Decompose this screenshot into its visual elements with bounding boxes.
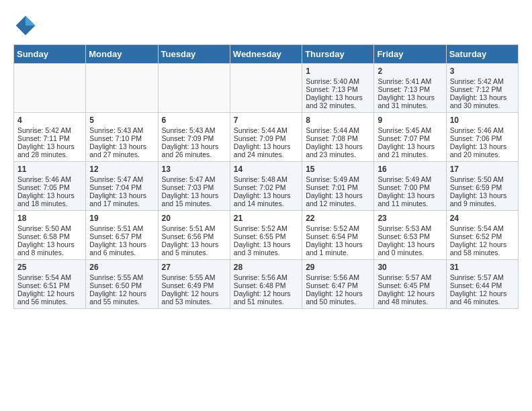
day-info: and 58 minutes. <box>450 248 515 257</box>
calendar-cell: 4Sunrise: 5:42 AMSunset: 7:11 PMDaylight… <box>14 113 86 162</box>
calendar-cell: 14Sunrise: 5:48 AMSunset: 7:02 PMDayligh… <box>230 162 302 211</box>
day-number: 30 <box>378 263 442 272</box>
day-info: and 50 minutes. <box>306 298 370 306</box>
day-info: Sunset: 6:55 PM <box>234 232 298 240</box>
day-number: 28 <box>234 263 298 272</box>
logo-icon <box>13 13 38 38</box>
day-info: Sunrise: 5:48 AM <box>234 175 298 183</box>
calendar-cell: 20Sunrise: 5:51 AMSunset: 6:56 PMDayligh… <box>158 211 230 260</box>
day-info: Daylight: 12 hours <box>306 289 370 298</box>
day-number: 4 <box>17 116 82 125</box>
day-info: Sunset: 7:05 PM <box>17 183 82 191</box>
day-info: Daylight: 13 hours <box>162 142 226 150</box>
day-info: Sunset: 7:04 PM <box>89 183 154 191</box>
day-info: Sunset: 7:06 PM <box>450 134 515 142</box>
day-info: Sunrise: 5:42 AM <box>17 126 82 134</box>
svg-marker-1 <box>26 16 35 26</box>
day-info: Daylight: 13 hours <box>162 240 226 248</box>
calendar-week-5: 25Sunrise: 5:54 AMSunset: 6:51 PMDayligh… <box>14 260 519 309</box>
day-number: 1 <box>306 66 370 76</box>
day-number: 9 <box>378 116 442 125</box>
day-info: Sunset: 6:47 PM <box>306 281 370 289</box>
day-info: Sunset: 6:59 PM <box>450 183 515 191</box>
day-info: Daylight: 13 hours <box>234 240 298 248</box>
day-info: Sunset: 7:00 PM <box>378 183 442 191</box>
calendar-cell: 22Sunrise: 5:52 AMSunset: 6:54 PMDayligh… <box>302 211 374 260</box>
day-info: Daylight: 12 hours <box>450 240 515 248</box>
day-info: Sunset: 7:07 PM <box>378 134 442 142</box>
day-info: Daylight: 13 hours <box>306 93 370 101</box>
day-number: 25 <box>17 263 82 272</box>
day-info: Sunrise: 5:56 AM <box>306 273 370 281</box>
calendar-cell: 29Sunrise: 5:56 AMSunset: 6:47 PMDayligh… <box>302 260 374 309</box>
day-info: Sunset: 7:13 PM <box>378 85 442 93</box>
calendar-cell: 26Sunrise: 5:55 AMSunset: 6:50 PMDayligh… <box>86 260 158 309</box>
day-info: Daylight: 13 hours <box>450 191 515 199</box>
day-info: Daylight: 13 hours <box>306 240 370 248</box>
day-info: Sunset: 6:54 PM <box>306 232 370 240</box>
day-info: Daylight: 13 hours <box>306 142 370 150</box>
calendar-week-2: 4Sunrise: 5:42 AMSunset: 7:11 PMDaylight… <box>14 113 519 162</box>
day-info: Daylight: 13 hours <box>17 142 82 150</box>
day-info: and 18 minutes. <box>17 199 82 208</box>
day-info: Sunset: 6:49 PM <box>162 281 226 289</box>
day-info: Daylight: 13 hours <box>378 93 442 101</box>
calendar-body: 1Sunrise: 5:40 AMSunset: 7:13 PMDaylight… <box>14 64 519 309</box>
day-info: and 1 minute. <box>306 248 370 257</box>
day-info: and 6 minutes. <box>89 248 154 257</box>
day-info: Daylight: 13 hours <box>89 142 154 150</box>
calendar-cell: 31Sunrise: 5:57 AMSunset: 6:44 PMDayligh… <box>446 260 518 309</box>
day-number: 22 <box>306 214 370 223</box>
calendar-cell: 1Sunrise: 5:40 AMSunset: 7:13 PMDaylight… <box>302 64 374 113</box>
day-number: 18 <box>17 214 82 223</box>
logo <box>13 13 40 38</box>
day-info: and 12 minutes. <box>306 199 370 208</box>
day-info: Sunset: 7:13 PM <box>306 85 370 93</box>
calendar-header-friday: Friday <box>374 45 446 64</box>
day-info: Sunrise: 5:44 AM <box>234 126 298 134</box>
calendar-header-wednesday: Wednesday <box>230 45 302 64</box>
day-info: Daylight: 13 hours <box>89 191 154 199</box>
day-info: Sunrise: 5:57 AM <box>378 273 442 281</box>
day-info: Sunrise: 5:54 AM <box>17 273 82 281</box>
day-info: Sunset: 6:51 PM <box>17 281 82 289</box>
calendar-cell: 23Sunrise: 5:53 AMSunset: 6:53 PMDayligh… <box>374 211 446 260</box>
day-info: Sunrise: 5:42 AM <box>450 77 515 85</box>
day-info: and 55 minutes. <box>89 298 154 306</box>
day-number: 13 <box>162 165 226 174</box>
day-info: and 5 minutes. <box>162 248 226 257</box>
calendar-cell: 9Sunrise: 5:45 AMSunset: 7:07 PMDaylight… <box>374 113 446 162</box>
day-info: Sunrise: 5:45 AM <box>378 126 442 134</box>
calendar-table: SundayMondayTuesdayWednesdayThursdayFrid… <box>13 44 519 309</box>
day-info: Sunset: 6:50 PM <box>89 281 154 289</box>
day-info: and 53 minutes. <box>162 298 226 306</box>
day-number: 14 <box>234 165 298 174</box>
day-number: 16 <box>378 165 442 174</box>
calendar-cell: 17Sunrise: 5:50 AMSunset: 6:59 PMDayligh… <box>446 162 518 211</box>
day-info: Sunrise: 5:55 AM <box>162 273 226 281</box>
day-number: 5 <box>89 116 154 125</box>
day-info: Sunrise: 5:46 AM <box>17 175 82 183</box>
day-info: and 48 minutes. <box>378 298 442 306</box>
day-number: 20 <box>162 214 226 223</box>
calendar-cell: 11Sunrise: 5:46 AMSunset: 7:05 PMDayligh… <box>14 162 86 211</box>
day-info: Sunrise: 5:53 AM <box>378 224 442 232</box>
day-info: Sunrise: 5:54 AM <box>450 224 515 232</box>
day-info: Sunset: 7:09 PM <box>234 134 298 142</box>
day-info: Sunrise: 5:52 AM <box>234 224 298 232</box>
calendar-header-sunday: Sunday <box>14 45 86 64</box>
calendar-cell: 6Sunrise: 5:43 AMSunset: 7:09 PMDaylight… <box>158 113 230 162</box>
day-info: Sunrise: 5:51 AM <box>89 224 154 232</box>
day-number: 6 <box>162 116 226 125</box>
day-number: 24 <box>450 214 515 223</box>
day-info: and 30 minutes. <box>450 101 515 109</box>
calendar-cell <box>230 64 302 113</box>
calendar-cell: 28Sunrise: 5:56 AMSunset: 6:48 PMDayligh… <box>230 260 302 309</box>
calendar-cell: 19Sunrise: 5:51 AMSunset: 6:57 PMDayligh… <box>86 211 158 260</box>
day-info: Sunset: 6:45 PM <box>378 281 442 289</box>
day-info: Daylight: 12 hours <box>378 289 442 298</box>
day-info: and 14 minutes. <box>234 199 298 208</box>
calendar-week-1: 1Sunrise: 5:40 AMSunset: 7:13 PMDaylight… <box>14 64 519 113</box>
calendar-cell: 18Sunrise: 5:50 AMSunset: 6:58 PMDayligh… <box>14 211 86 260</box>
calendar-week-4: 18Sunrise: 5:50 AMSunset: 6:58 PMDayligh… <box>14 211 519 260</box>
